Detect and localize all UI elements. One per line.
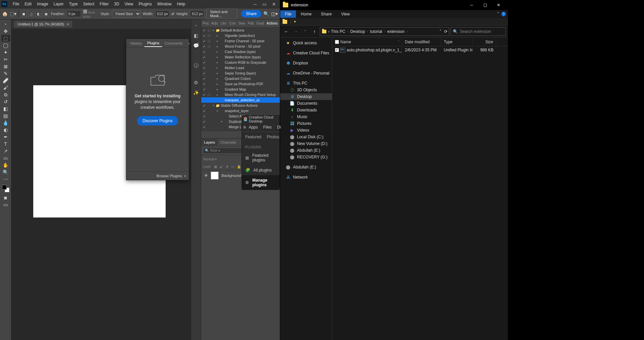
menu-edit[interactable]: Edit (22, 0, 34, 8)
history-brush-icon[interactable]: ↺ (1, 98, 10, 105)
ribbon-tab-file[interactable]: File (280, 10, 296, 18)
menu-image[interactable]: Image (34, 0, 51, 8)
tree-item-creative-cloud-files[interactable]: ☁Creative Cloud Files (280, 50, 332, 56)
style-select[interactable]: Fixed Size (112, 10, 141, 17)
blur-tool-icon[interactable]: 💧 (1, 119, 10, 126)
dodge-tool-icon[interactable]: ◐ (1, 127, 10, 133)
gradient-tool-icon[interactable]: ▤ (1, 112, 10, 119)
action-row[interactable]: ✓▾snapshot_layer (201, 108, 280, 113)
minimize-button[interactable]: ─ (250, 1, 260, 7)
action-row[interactable]: ✓▢▸Wood Frame - 50 pixel (201, 44, 280, 49)
panel-tab-actions[interactable]: Actions (265, 21, 279, 25)
forward-button[interactable]: → (292, 28, 300, 36)
action-row[interactable]: ✓▸Cast Shadow (type) (201, 49, 280, 54)
fe-close-button[interactable]: ✕ (492, 0, 505, 10)
discover-plugins-button[interactable]: Discover Plugins (137, 116, 178, 126)
action-row[interactable]: ✓▸Sepia Toning (layer) (201, 70, 280, 76)
tree-item-dropbox[interactable]: ⬢Dropbox (280, 60, 332, 66)
lock-all-icon[interactable]: 🔒 (237, 165, 241, 168)
lock-transparent-icon[interactable]: ▦ (214, 165, 217, 168)
dock-info-icon[interactable]: ⓘ (193, 62, 200, 69)
layers-tab-layers[interactable]: Layers (201, 139, 218, 146)
pen-tool-icon[interactable]: ✒ (1, 134, 10, 140)
refresh-icon[interactable]: ⟳ (444, 29, 447, 34)
tree-item-this-pc[interactable]: 🖥This PC (280, 80, 332, 87)
path-tool-icon[interactable]: ↗ (1, 148, 10, 154)
action-row[interactable]: ✓▸Quadrant Colors (201, 76, 280, 81)
marquee-icon[interactable]: ⬚▾ (10, 10, 16, 17)
fe-file-list[interactable]: Name˄ Date modified Type Size auto.photo… (332, 38, 508, 340)
shape-tool-icon[interactable]: ▭ (1, 155, 10, 161)
action-row[interactable]: ✓▸Custom RGB to Grayscale (201, 60, 280, 65)
tab-history[interactable]: History (128, 40, 144, 47)
dock-properties-icon[interactable]: ◧ (193, 32, 200, 39)
action-row[interactable]: ✓▸Save as Photoshop PDF (201, 81, 280, 87)
swap-wh-icon[interactable]: ⇄ (171, 12, 174, 16)
breadcrumb-this-pc[interactable]: This PC (331, 29, 345, 34)
cc-manage-plugins[interactable]: ⚙Manage plugins (242, 175, 280, 190)
collapse-icon[interactable]: » (1, 21, 10, 28)
lock-position-icon[interactable]: ✜ (226, 165, 228, 168)
cc-sub-photoshop[interactable]: Photos (267, 135, 279, 139)
panel-expand-icon[interactable]: » (185, 40, 193, 47)
tree-item-downloads[interactable]: ⬇Downloads (280, 107, 332, 113)
menu-window[interactable]: Window (155, 0, 174, 8)
panel-tab-proj[interactable]: Proj (201, 21, 210, 25)
menu-view[interactable]: View (122, 0, 136, 8)
tree-item-quick-access[interactable]: ★Quick access (280, 40, 332, 46)
eraser-tool-icon[interactable]: ◧ (1, 105, 10, 112)
cc-menu-icon[interactable]: ≡ (243, 125, 246, 130)
screenmode-icon[interactable]: ▭ (1, 201, 10, 208)
tree-item-local-disk-c-[interactable]: ⬤Local Disk (C:) (280, 134, 332, 140)
fe-minimize-button[interactable]: ─ (465, 0, 478, 10)
tree-item-abdullah-e-[interactable]: ⬤Abdullah (E:) (280, 164, 332, 171)
tree-item-abdullah-e-[interactable]: ⬤Abdullah (E:) (280, 147, 332, 154)
menu-filter[interactable]: Filter (97, 0, 112, 8)
wand-tool-icon[interactable]: ✦ (1, 49, 10, 56)
antialias-checkbox[interactable] (83, 9, 87, 14)
crop-tool-icon[interactable]: ✂ (1, 56, 10, 63)
panel-tab-swa[interactable]: Swa (237, 21, 246, 25)
ribbon-tab-home[interactable]: Home (296, 10, 316, 18)
tab-plugins[interactable]: Plugins (144, 40, 162, 47)
action-row[interactable]: ✓▢▸Frame Channel - 50 pixel (201, 38, 280, 44)
close-tab-icon[interactable]: × (67, 22, 69, 26)
fe-maximize-button[interactable]: ▢ (478, 0, 492, 10)
tree-item-videos[interactable]: ▶Videos (280, 127, 332, 134)
menu-layer[interactable]: Layer (51, 0, 66, 8)
marquee-tool-icon[interactable]: ⬚ (1, 35, 10, 42)
panel-menu-icon[interactable]: ≡ (194, 40, 202, 47)
breadcrumb-tutorial[interactable]: tutorial (370, 29, 382, 34)
menu-type[interactable]: Type (66, 0, 80, 8)
address-bar[interactable]: › This PC›Desktop›tutorial›extension› ˅ … (320, 27, 449, 36)
up-button[interactable]: ↑ (310, 28, 318, 36)
cc-tab-discover[interactable]: Di (274, 125, 284, 130)
action-row[interactable]: ✓▢▸Vignette (selection) (201, 33, 280, 38)
cc-all-plugins[interactable]: 🧩All plugins (242, 165, 280, 175)
action-row[interactable]: ✓▢▾📁Default Actions (201, 28, 280, 33)
add-plugin-icon[interactable]: + (184, 174, 186, 178)
addr-dropdown-icon[interactable]: ˅ (439, 29, 441, 34)
fe-search-input[interactable]: 🔍 Search extension (450, 27, 506, 36)
search-icon[interactable]: 🔍 (263, 10, 269, 17)
tree-item-documents[interactable]: 📄Documents (280, 100, 332, 107)
cc-sub-featured[interactable]: Featured (245, 135, 261, 139)
layer-visibility-icon[interactable]: 👁 (203, 174, 208, 178)
tree-item-network[interactable]: 🖧Network (280, 174, 332, 181)
intersect-selection-icon[interactable]: ▣ (43, 11, 49, 16)
action-row[interactable]: marquee_selection_ui (201, 97, 280, 103)
panel-tab-colo[interactable]: Colo (228, 21, 238, 25)
workspace-icon[interactable]: ◫▾ (271, 10, 278, 17)
close-button[interactable]: ✕ (269, 1, 278, 7)
menu-plugins[interactable]: Plugins (136, 0, 155, 8)
subtract-selection-icon[interactable]: ◧ (36, 11, 42, 16)
quickmask-icon[interactable]: ◙ (1, 194, 10, 201)
tree-item-new-volume-d-[interactable]: ⬤New Volume (D:) (280, 140, 332, 147)
document-tab[interactable]: Untitled-1 @ 16.7% (RGB/8) × (14, 21, 72, 28)
breadcrumb-extension[interactable]: extension (387, 29, 404, 34)
col-date[interactable]: Date modified (402, 38, 441, 46)
cc-featured-plugins[interactable]: ▦Featured plugins (242, 150, 280, 165)
select-all-checkbox[interactable] (335, 40, 339, 44)
hand-tool-icon[interactable]: ✋ (1, 162, 10, 168)
zoom-tool-icon[interactable]: 🔍 (1, 169, 10, 176)
